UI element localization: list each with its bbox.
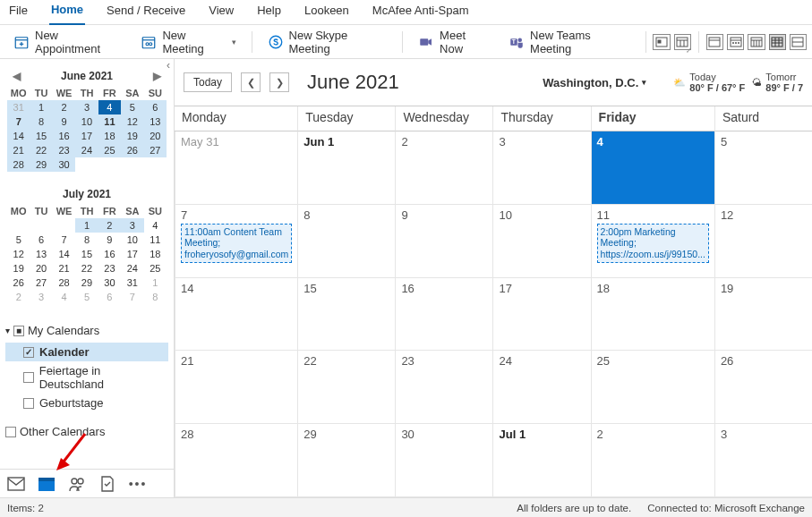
mini-cal-day[interactable]: 3 — [121, 218, 143, 233]
calendar-cell[interactable]: 15 — [297, 278, 395, 352]
calendar-cell[interactable]: 8 — [297, 205, 395, 278]
mini-cal-day[interactable]: 28 — [53, 275, 75, 290]
view-today-button[interactable] — [653, 34, 670, 50]
mini-cal-day[interactable]: 14 — [7, 129, 30, 143]
mini-cal-day[interactable]: 22 — [30, 143, 52, 157]
calendar-cell[interactable]: 19 — [714, 278, 812, 352]
calendar-nav-button[interactable] — [38, 475, 56, 493]
mini-cal-day[interactable]: 26 — [7, 275, 30, 290]
tasks-nav-button[interactable] — [98, 475, 116, 493]
mini-cal-day[interactable]: 4 — [144, 218, 167, 233]
mini-cal-day[interactable]: 6 — [30, 233, 52, 247]
mini-cal-grid-july[interactable]: MOTUWETHFRSASU12345678910111213141516171… — [7, 204, 167, 304]
mini-cal-day[interactable]: 3 — [30, 290, 52, 304]
calendar-cell[interactable]: 112:00pm Marketing Meeting; https://zoom… — [591, 205, 714, 278]
mini-cal-day[interactable]: 20 — [30, 261, 52, 275]
new-teams-meeting-button[interactable]: T New Teams Meeting — [500, 24, 637, 60]
mini-cal-day[interactable] — [53, 218, 75, 233]
mini-cal-day[interactable]: 17 — [121, 247, 143, 261]
mini-cal-day[interactable]: 26 — [121, 143, 143, 157]
calendar-grid[interactable]: MondayTuesdayWednesdayThursdayFridaySatu… — [175, 106, 812, 497]
mail-nav-button[interactable] — [7, 475, 25, 493]
mini-cal-day[interactable]: 13 — [30, 247, 52, 261]
mini-cal-day[interactable]: 11 — [144, 233, 167, 247]
mini-cal-day[interactable]: 21 — [53, 261, 75, 275]
mini-cal-day[interactable]: 15 — [30, 129, 52, 143]
month-view-button[interactable] — [769, 34, 786, 50]
next-month-button[interactable]: ▶ — [148, 70, 167, 82]
tab-send-receive[interactable]: Send / Receive — [105, 0, 187, 24]
mini-cal-day[interactable]: 30 — [98, 275, 121, 290]
tab-view[interactable]: View — [207, 0, 235, 24]
mini-cal-day[interactable]: 22 — [75, 261, 98, 275]
mini-cal-day[interactable]: 25 — [98, 143, 121, 157]
mini-cal-day[interactable]: 25 — [144, 261, 167, 275]
calendar-cell[interactable]: May 31 — [175, 131, 297, 205]
calendar-event[interactable]: 11:00am Content Team Meeting; froheryoso… — [181, 224, 292, 263]
calendar-geburtstage[interactable]: Geburtstage — [5, 394, 168, 412]
new-skype-meeting-button[interactable]: New Skype Meeting — [260, 24, 396, 60]
calendar-cell[interactable]: 23 — [395, 351, 492, 424]
mini-cal-day[interactable]: 13 — [144, 114, 167, 129]
view-next7-button[interactable]: ⤢ — [674, 34, 691, 50]
my-calendars-group[interactable]: ▾■My Calendars — [5, 324, 168, 337]
collapse-sidebar-button[interactable]: ‹ — [162, 59, 175, 72]
calendar-cell[interactable]: 16 — [395, 278, 492, 352]
calendar-cell[interactable]: 22 — [297, 351, 395, 424]
mini-cal-day[interactable]: 1 — [75, 218, 98, 233]
mini-cal-day[interactable]: 6 — [144, 100, 167, 114]
tab-mcafee[interactable]: McAfee Anti-Spam — [371, 0, 471, 24]
today-button[interactable]: Today — [184, 72, 232, 92]
mini-cal-day[interactable]: 28 — [7, 157, 30, 172]
mini-cal-day[interactable]: 3 — [75, 100, 98, 114]
calendar-cell[interactable]: 17 — [492, 278, 590, 352]
calendar-cell[interactable]: 18 — [591, 278, 714, 352]
calendar-kalender[interactable]: ✓Kalender — [5, 343, 168, 361]
mini-cal-day[interactable]: 19 — [7, 261, 30, 275]
mini-cal-day[interactable]: 5 — [75, 290, 98, 304]
mini-cal-day[interactable]: 18 — [144, 247, 167, 261]
mini-cal-day[interactable]: 2 — [98, 218, 121, 233]
calendar-event[interactable]: 2:00pm Marketing Meeting; https://zoom.u… — [597, 224, 709, 263]
tab-help[interactable]: Help — [255, 0, 283, 24]
calendar-cell[interactable]: Jul 1 — [492, 424, 590, 497]
mini-cal-day[interactable]: 30 — [53, 157, 75, 172]
mini-cal-day[interactable]: 5 — [121, 100, 143, 114]
mini-cal-day[interactable]: 27 — [144, 143, 167, 157]
mini-cal-day[interactable]: 7 — [53, 233, 75, 247]
mini-cal-day[interactable]: 2 — [7, 290, 30, 304]
calendar-cell[interactable]: 12 — [714, 205, 812, 278]
prev-month-button[interactable]: ◀ — [7, 70, 26, 82]
calendar-cell[interactable]: 2 — [591, 424, 714, 497]
calendar-cell[interactable]: Jun 1 — [297, 131, 395, 205]
mini-cal-day[interactable]: 8 — [30, 114, 52, 129]
mini-cal-day[interactable]: 24 — [121, 261, 143, 275]
mini-cal-day[interactable]: 18 — [98, 129, 121, 143]
mini-cal-day[interactable]: 1 — [144, 275, 167, 290]
mini-cal-day[interactable]: 7 — [121, 290, 143, 304]
mini-cal-day[interactable]: 6 — [98, 290, 121, 304]
mini-cal-day[interactable]: 29 — [75, 275, 98, 290]
mini-cal-day[interactable]: 15 — [75, 247, 98, 261]
mini-cal-day[interactable]: 10 — [121, 233, 143, 247]
week-view-button[interactable] — [748, 34, 765, 50]
mini-cal-day[interactable]: 11 — [98, 114, 121, 129]
weather-tomorrow[interactable]: 🌤 Tomorr89° F / 7 — [752, 72, 803, 93]
new-meeting-button[interactable]: New Meeting ▾ — [132, 24, 244, 60]
mini-cal-day[interactable]: 5 — [7, 233, 30, 247]
mini-cal-day[interactable]: 23 — [53, 143, 75, 157]
day-view-button[interactable] — [706, 34, 723, 50]
mini-cal-day[interactable]: 12 — [121, 114, 143, 129]
weather-today[interactable]: ⛅ Today80° F / 67° F — [673, 72, 745, 93]
work-week-view-button[interactable] — [727, 34, 744, 50]
people-nav-button[interactable] — [68, 475, 86, 493]
calendar-cell[interactable]: 10 — [492, 205, 590, 278]
mini-cal-day[interactable] — [7, 218, 30, 233]
mini-cal-day[interactable]: 14 — [53, 247, 75, 261]
mini-cal-day[interactable]: 19 — [121, 129, 143, 143]
mini-cal-day[interactable]: 7 — [7, 114, 30, 129]
mini-cal-day[interactable]: 31 — [7, 100, 30, 114]
tab-lookeen[interactable]: Lookeen — [303, 0, 351, 24]
calendar-cell[interactable]: 30 — [395, 424, 492, 497]
calendar-cell[interactable]: 21 — [175, 351, 297, 424]
